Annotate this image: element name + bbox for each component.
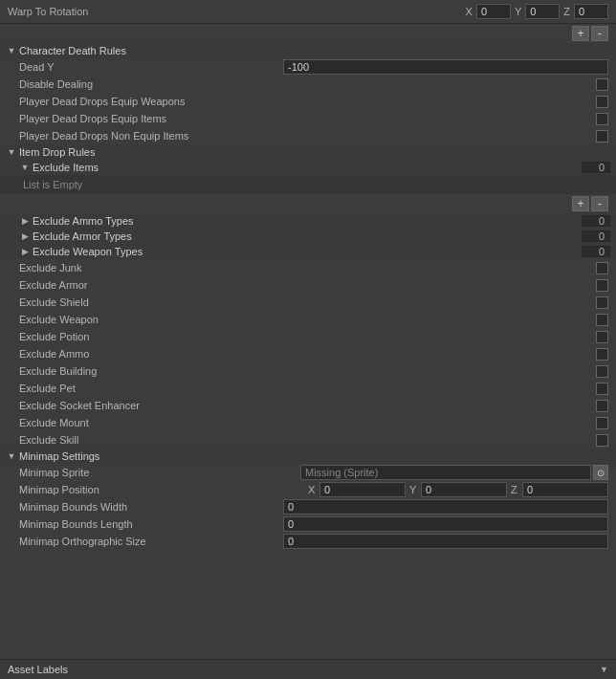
x-axis-input[interactable]	[476, 4, 511, 19]
player-dead-drops-non-equip-items-row: Player Dead Drops Non Equip Items	[0, 127, 616, 144]
item-drop-rules-header[interactable]: ▼ Item Drop Rules	[0, 144, 616, 160]
character-death-rules-section: ▼ Character Death Rules Dead Y Disable D…	[0, 43, 616, 144]
character-death-rules-header[interactable]: ▼ Character Death Rules	[0, 43, 616, 58]
player-dead-drops-equip-weapons-label: Player Dead Drops Equip Weapons	[19, 96, 596, 107]
minimap-y-input[interactable]	[421, 482, 507, 497]
exclude-ammo-checkbox[interactable]	[596, 348, 608, 361]
asset-labels-chevron-icon: ▼	[600, 665, 608, 674]
top-bar: Warp To Rotation X Y Z	[0, 0, 616, 24]
item-drop-rules-arrow: ▼	[6, 146, 17, 158]
exclude-potion-label: Exclude Potion	[19, 331, 596, 342]
exclude-skill-checkbox[interactable]	[596, 434, 608, 447]
exclude-shield-label: Exclude Shield	[19, 296, 596, 308]
exclude-armor-types-title: Exclude Armor Types	[33, 230, 582, 242]
warp-to-rotation-label: Warp To Rotation	[8, 6, 88, 17]
minimap-bounds-length-input[interactable]	[283, 516, 608, 532]
top-minus-button[interactable]: -	[591, 26, 608, 41]
exclude-shield-row: Exclude Shield	[0, 294, 616, 311]
exclude-pet-row: Exclude Pet	[0, 380, 616, 397]
exclude-armor-row: Exclude Armor	[0, 276, 616, 294]
minimap-bounds-width-label: Minimap Bounds Width	[19, 501, 283, 513]
player-dead-drops-non-equip-items-checkbox[interactable]	[596, 130, 608, 142]
exclude-items-arrow: ▼	[19, 162, 31, 173]
character-death-rules-arrow: ▼	[6, 45, 17, 56]
minimap-orthographic-size-input[interactable]	[283, 534, 608, 549]
exclude-junk-label: Exclude Junk	[19, 262, 596, 274]
minimap-bounds-width-row: Minimap Bounds Width	[0, 498, 616, 515]
player-dead-drops-equip-items-row: Player Dead Drops Equip Items	[0, 110, 616, 127]
exclude-ammo-label: Exclude Ammo	[19, 348, 596, 360]
exclude-items-minus-button[interactable]: -	[591, 196, 608, 211]
exclude-armor-types-count: 0	[582, 230, 610, 242]
exclude-ammo-types-header[interactable]: ▶ Exclude Ammo Types 0	[0, 213, 616, 229]
exclude-weapon-checkbox[interactable]	[596, 314, 608, 326]
player-dead-drops-non-equip-items-label: Player Dead Drops Non Equip Items	[19, 130, 596, 142]
top-plus-minus-row: + -	[0, 24, 616, 43]
exclude-socket-enhancer-row: Exclude Socket Enhancer	[0, 397, 616, 414]
exclude-weapon-label: Exclude Weapon	[19, 314, 596, 325]
top-plus-button[interactable]: +	[572, 26, 589, 41]
exclude-items-plus-button[interactable]: +	[572, 196, 589, 211]
exclude-skill-label: Exclude Skill	[19, 434, 596, 446]
disable-dealing-row: Disable Dealing	[0, 76, 616, 93]
z-axis-input[interactable]	[574, 4, 608, 19]
minimap-bounds-width-input[interactable]	[283, 499, 608, 515]
exclude-ammo-types-title: Exclude Ammo Types	[33, 215, 582, 227]
minimap-orthographic-size-row: Minimap Orthographic Size	[0, 533, 616, 550]
item-drop-rules-section: ▼ Item Drop Rules ▼ Exclude Items 0 List…	[0, 144, 616, 449]
minimap-orthographic-size-label: Minimap Orthographic Size	[19, 536, 283, 547]
exclude-junk-checkbox[interactable]	[596, 262, 608, 274]
exclude-items-count: 0	[582, 162, 610, 173]
y-axis-input[interactable]	[525, 4, 560, 19]
minimap-settings-header[interactable]: ▼ Minimap Settings	[0, 449, 616, 464]
minimap-z-input[interactable]	[522, 482, 608, 497]
exclude-building-checkbox[interactable]	[596, 365, 608, 378]
exclude-items-title: Exclude Items	[33, 162, 582, 173]
exclude-potion-checkbox[interactable]	[596, 331, 608, 343]
exclude-socket-enhancer-checkbox[interactable]	[596, 400, 608, 412]
exclude-junk-row: Exclude Junk	[0, 259, 616, 276]
exclude-items-subsection: ▼ Exclude Items 0 List is Empty + -	[0, 160, 616, 213]
minimap-sprite-input[interactable]	[300, 465, 591, 480]
xyz-group: X Y Z	[466, 4, 608, 19]
exclude-armor-label: Exclude Armor	[19, 279, 596, 291]
exclude-items-header[interactable]: ▼ Exclude Items 0	[0, 160, 616, 175]
exclude-building-row: Exclude Building	[0, 362, 616, 380]
exclude-potion-row: Exclude Potion	[0, 328, 616, 345]
minimap-x-input[interactable]	[319, 482, 406, 497]
minimap-settings-title: Minimap Settings	[19, 450, 99, 462]
disable-dealing-checkbox[interactable]	[596, 78, 608, 91]
dead-y-input[interactable]	[283, 59, 608, 75]
minimap-sprite-row: Minimap Sprite ⊙	[0, 464, 616, 481]
exclude-items-empty: List is Empty	[0, 175, 616, 194]
exclude-armor-types-subsection: ▶ Exclude Armor Types 0	[0, 229, 616, 244]
asset-labels-bar[interactable]: Asset Labels ▼	[0, 659, 616, 679]
exclude-armor-types-header[interactable]: ▶ Exclude Armor Types 0	[0, 229, 616, 244]
exclude-weapon-types-arrow: ▶	[19, 246, 31, 257]
list-is-empty-label: List is Empty	[23, 179, 82, 190]
y-axis-label: Y	[515, 6, 521, 17]
exclude-shield-checkbox[interactable]	[596, 296, 608, 309]
exclude-armor-checkbox[interactable]	[596, 279, 608, 292]
exclude-socket-enhancer-label: Exclude Socket Enhancer	[19, 400, 596, 411]
exclude-mount-checkbox[interactable]	[596, 417, 608, 429]
exclude-weapon-types-title: Exclude Weapon Types	[33, 246, 582, 257]
exclude-pet-checkbox[interactable]	[596, 383, 608, 395]
exclude-weapon-types-header[interactable]: ▶ Exclude Weapon Types 0	[0, 244, 616, 259]
minimap-position-row: Minimap Position X Y Z	[0, 481, 616, 498]
dead-y-label: Dead Y	[19, 61, 283, 73]
character-death-rules-title: Character Death Rules	[19, 45, 126, 56]
player-dead-drops-equip-items-checkbox[interactable]	[596, 113, 608, 125]
exclude-ammo-types-arrow: ▶	[19, 215, 31, 227]
minimap-settings-section: ▼ Minimap Settings Minimap Sprite ⊙ Mini…	[0, 449, 616, 550]
exclude-weapon-types-count: 0	[582, 246, 610, 257]
exclude-building-label: Exclude Building	[19, 365, 596, 377]
minimap-z-label: Z	[511, 484, 520, 495]
minimap-x-group: X	[308, 482, 406, 497]
exclude-weapon-row: Exclude Weapon	[0, 311, 616, 328]
minimap-z-group: Z	[511, 482, 608, 497]
exclude-weapon-types-subsection: ▶ Exclude Weapon Types 0	[0, 244, 616, 259]
minimap-sprite-pick-button[interactable]: ⊙	[593, 465, 608, 480]
player-dead-drops-equip-weapons-checkbox[interactable]	[596, 96, 608, 108]
minimap-bounds-length-row: Minimap Bounds Length	[0, 515, 616, 533]
